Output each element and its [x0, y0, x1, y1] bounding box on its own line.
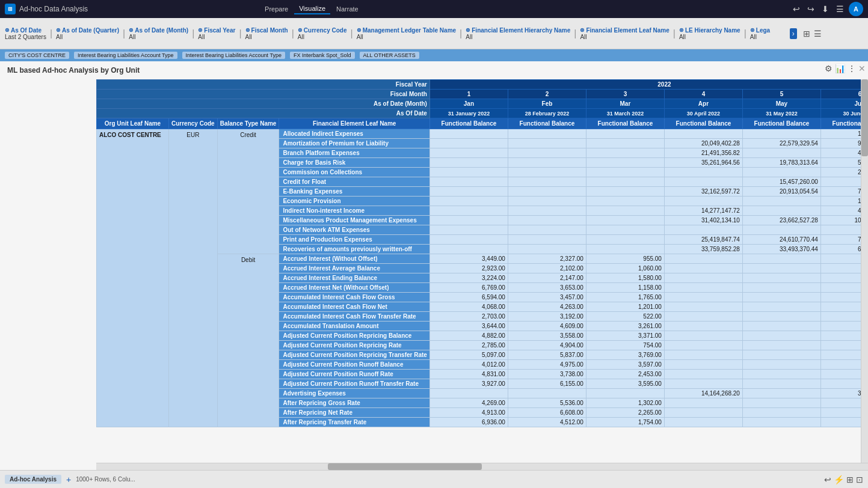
- status-icon-3[interactable]: ⊞: [846, 475, 854, 484]
- value-cell: 2,923.00: [429, 264, 508, 273]
- org-unit-cell: ALCO COST CENTRE: [97, 129, 169, 427]
- scrollbar-thumb[interactable]: [328, 463, 482, 470]
- value-cell: 3,261.00: [586, 322, 664, 331]
- value-cell: [429, 129, 508, 139]
- hdr-fiscal-month-label: Fiscal Month: [97, 90, 430, 99]
- filter-fin-leaf[interactable]: Financial Element Leaf Name All: [580, 27, 669, 40]
- status-icon-4[interactable]: ⊡: [856, 475, 863, 484]
- data-table-wrapper[interactable]: Fiscal Year 2022 Fiscal Month 1 2 3 4 5 …: [96, 79, 868, 458]
- col-currency: Currency Code: [169, 118, 218, 129]
- value-cell: [664, 197, 742, 206]
- filter-as-of-date-value: Last 2 Quarters: [5, 34, 46, 40]
- value-cell: [742, 389, 820, 398]
- value-cell: [508, 177, 586, 187]
- undo-button[interactable]: ↩: [790, 4, 802, 14]
- filter-fiscal-year[interactable]: Fiscal Year All: [198, 27, 235, 40]
- value-cell: [429, 187, 508, 197]
- nav-prepare[interactable]: Prepare: [260, 4, 293, 14]
- grid-icon[interactable]: ⊞: [803, 29, 810, 38]
- status-tab-label[interactable]: Ad-hoc Analysis: [5, 475, 61, 484]
- header-row-fiscal-month: Fiscal Month 1 2 3 4 5 6: [97, 90, 869, 99]
- settings-icon[interactable]: ⚙: [825, 64, 833, 73]
- separator-8: |: [574, 28, 576, 39]
- add-tab-button[interactable]: +: [66, 475, 71, 484]
- value-cell: 22,579,329.54: [742, 139, 820, 148]
- vertical-scrollbar[interactable]: [861, 79, 868, 463]
- fin-element-name: After Repricing Net Rate: [279, 408, 429, 418]
- filter-as-of-date[interactable]: As Of Date Last 2 Quarters: [5, 27, 46, 40]
- filter-fiscal-year-label: Fiscal Year: [198, 27, 235, 34]
- separator-9: |: [673, 28, 676, 39]
- v-scrollbar-thumb[interactable]: [861, 79, 868, 156]
- value-cell: 5,837.00: [508, 350, 586, 360]
- filter-currency-label: Currency Code: [298, 27, 347, 34]
- more-icon[interactable]: ⋮: [848, 64, 856, 73]
- fin-element-name: Accrued Interest Average Balance: [279, 264, 429, 273]
- chart-icon[interactable]: 📊: [835, 64, 845, 73]
- filter-fin-hierarchy-value: All: [466, 34, 570, 40]
- status-icon-2[interactable]: ⚡: [834, 475, 844, 484]
- col-val-1: Functional Balance: [429, 118, 508, 129]
- main-content: ⚙ 📊 ⋮ ✕ ML based Ad-hoc Analysis by Org …: [0, 61, 868, 470]
- value-cell: 32,162,597.72: [664, 187, 742, 197]
- menu-button[interactable]: ☰: [834, 4, 846, 14]
- fin-element-name: Adjusted Current Position Runoff Balance: [279, 360, 429, 370]
- close-panel-button[interactable]: ✕: [858, 64, 866, 73]
- nav-visualize[interactable]: Visualize: [294, 4, 330, 14]
- value-cell: 15,457,260.00: [742, 177, 820, 187]
- hdr-date-jan: 31 January 2022: [429, 109, 508, 118]
- value-cell: [664, 177, 742, 187]
- redo-button[interactable]: ↪: [805, 4, 817, 14]
- fin-element-name: Print and Production Expenses: [279, 235, 429, 245]
- fin-element-name: Miscellaneous Product Management Expense…: [279, 216, 429, 225]
- context-bar: CITY'S COST CENTRE Interest Bearing Liab…: [0, 49, 868, 61]
- filter-mgmt-ledger[interactable]: Management Ledger Table Name All: [357, 27, 456, 40]
- value-cell: [586, 245, 664, 254]
- value-cell: 6,608.00: [508, 408, 586, 418]
- value-cell: [429, 139, 508, 148]
- value-cell: [742, 264, 820, 273]
- filter-currency-value: All: [298, 34, 347, 40]
- table-body: ALCO COST CENTREEURCreditAllocated Indir…: [97, 129, 869, 427]
- filter-as-of-date-month[interactable]: As of Date (Month) All: [129, 27, 188, 40]
- value-cell: 4,012.00: [429, 360, 508, 370]
- list-icon[interactable]: ☰: [814, 29, 822, 38]
- hdr-date-feb: 28 February 2022: [508, 109, 586, 118]
- currency-cell: EUR: [169, 129, 218, 427]
- context-item-5: ALL OTHER ASSETS: [360, 52, 419, 59]
- status-icon-1[interactable]: ↩: [824, 475, 831, 484]
- value-cell: [508, 139, 586, 148]
- hdr-month-4: 4: [664, 90, 742, 99]
- value-cell: 1,158.00: [586, 283, 664, 293]
- hdr-asofdate-label: As Of Date: [97, 109, 430, 118]
- download-button[interactable]: ⬇: [819, 4, 831, 14]
- value-cell: [742, 197, 820, 206]
- value-cell: [429, 148, 508, 158]
- value-cell: 4,831.00: [429, 370, 508, 379]
- value-cell: 14,164,268.20: [664, 389, 742, 398]
- filter-fin-hierarchy[interactable]: Financial Element Hierarchy Name All: [466, 27, 570, 40]
- value-cell: 2,785.00: [429, 341, 508, 350]
- value-cell: [664, 350, 742, 360]
- horizontal-scrollbar[interactable]: [96, 463, 868, 470]
- value-cell: [742, 312, 820, 322]
- value-cell: [508, 197, 586, 206]
- filter-as-of-date-quarter[interactable]: As of Date (Quarter) All: [56, 27, 119, 40]
- value-cell: 5,097.00: [429, 350, 508, 360]
- value-cell: 2,147.00: [508, 273, 586, 283]
- filter-le-hierarchy[interactable]: LE Hierarchy Name All: [679, 27, 740, 40]
- filter-lega[interactable]: Lega All: [750, 27, 786, 40]
- user-avatar[interactable]: A: [849, 2, 863, 16]
- value-cell: [586, 225, 664, 235]
- hdr-feb: Feb: [508, 99, 586, 109]
- value-cell: 4,068.00: [429, 302, 508, 312]
- col-val-2: Functional Balance: [508, 118, 586, 129]
- filter-more-button[interactable]: ›: [790, 28, 797, 39]
- filter-currency-code[interactable]: Currency Code All: [298, 27, 347, 40]
- fin-element-name: Advertising Expenses: [279, 389, 429, 398]
- separator-2: |: [123, 28, 125, 39]
- fin-element-name: Accrued Interest Net (Without Offset): [279, 283, 429, 293]
- nav-narrate[interactable]: Narrate: [331, 4, 363, 14]
- filter-fiscal-month[interactable]: Fiscal Month All: [245, 27, 288, 40]
- fin-element-name: Accumulated Translation Amount: [279, 322, 429, 331]
